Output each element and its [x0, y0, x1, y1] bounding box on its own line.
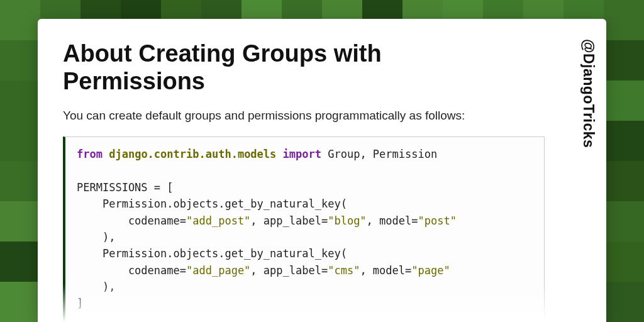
bottom-fade [38, 284, 606, 322]
content-area: About Creating Groups with Permissions Y… [38, 19, 570, 322]
intro-text: You can create default groups and permis… [63, 109, 545, 123]
sidebar: @DjangoTricks [570, 19, 606, 322]
page-title: About Creating Groups with Permissions [63, 40, 516, 95]
card: About Creating Groups with Permissions Y… [38, 19, 606, 322]
author-handle: @DjangoTricks [580, 39, 597, 148]
